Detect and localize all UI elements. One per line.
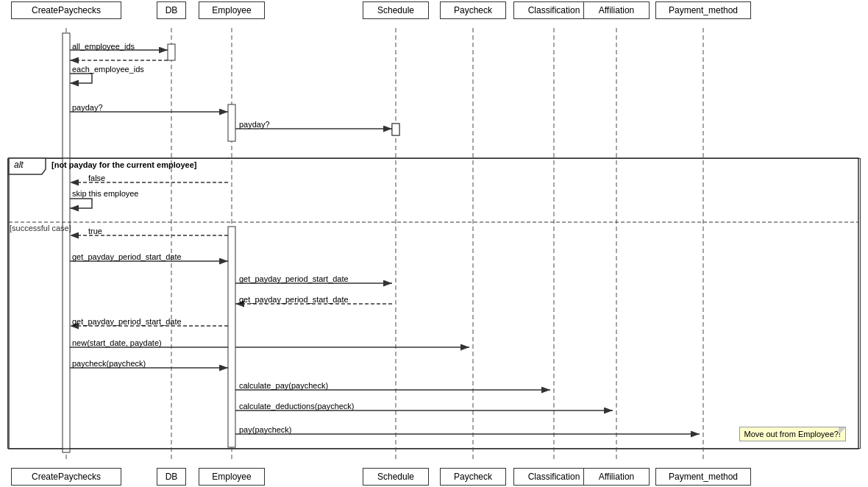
sequence-diagram: CreatePaychecks DB Employee Schedule Pay… <box>0 0 868 487</box>
actor-paycheck-bottom: Paycheck <box>440 468 506 486</box>
msg-new: new(start_date, paydate) <box>72 338 162 347</box>
svg-rect-9 <box>168 44 175 60</box>
actor-paycheck-top: Paycheck <box>440 1 506 19</box>
actor-employee-bottom: Employee <box>199 468 265 486</box>
actor-classification-bottom: Classification <box>513 468 594 486</box>
alt-condition-not-payday: [not payday for the current employee] <box>51 160 196 169</box>
msg-true: true <box>88 227 102 235</box>
alt-frame <box>7 158 861 449</box>
actor-createpaychecks-bottom: CreatePaychecks <box>11 468 121 486</box>
msg-payday-2: payday? <box>239 120 270 129</box>
actor-createpaychecks-top: CreatePaychecks <box>11 1 121 19</box>
msg-all-employee-ids: all_employee_ids <box>72 42 135 51</box>
svg-rect-20 <box>392 124 399 135</box>
msg-get-payday-4: get_payday_period_start_date <box>72 317 182 326</box>
msg-payday-1: payday? <box>72 103 103 112</box>
actor-payment-method-bottom: Payment_method <box>655 468 751 486</box>
msg-pay: pay(paycheck) <box>239 425 292 434</box>
actor-schedule-bottom: Schedule <box>363 468 429 486</box>
actor-affiliation-bottom: Affiliation <box>583 468 650 486</box>
msg-calculate-pay: calculate_pay(paycheck) <box>239 381 328 390</box>
actor-classification-top: Classification <box>513 1 594 19</box>
msg-get-payday-3: get_payday_period_start_date <box>239 295 349 304</box>
svg-rect-11 <box>392 124 399 135</box>
msg-skip: skip this employee <box>72 189 139 198</box>
actor-schedule-top: Schedule <box>363 1 429 19</box>
actor-db-bottom: DB <box>157 468 186 486</box>
actor-db-top: DB <box>157 1 186 19</box>
svg-rect-10 <box>228 104 235 141</box>
msg-each-employee-ids: each_employee_ids <box>72 65 144 74</box>
msg-false: false <box>88 174 105 182</box>
actor-payment-method-top: Payment_method <box>655 1 751 19</box>
msg-get-payday-1: get_payday_period_start_date <box>72 252 182 261</box>
alt-label: alt <box>10 158 28 171</box>
msg-get-payday-2: get_payday_period_start_date <box>239 274 349 283</box>
actor-affiliation-top: Affiliation <box>583 1 650 19</box>
msg-paycheck: paycheck(paycheck) <box>72 359 146 368</box>
actor-employee-top: Employee <box>199 1 265 19</box>
note-move-out: Move out from Employee?! <box>739 427 846 441</box>
msg-calculate-deductions: calculate_deductions(paycheck) <box>239 402 355 410</box>
alt-condition-success: [successful case] <box>10 224 71 232</box>
